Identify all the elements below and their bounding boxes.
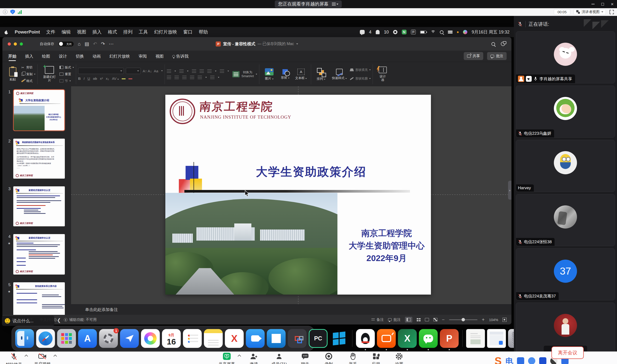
dock-utility-icon[interactable] xyxy=(120,329,139,348)
copy-button[interactable]: 复制 xyxy=(21,71,35,77)
font-size-select[interactable] xyxy=(126,68,141,74)
tab-animations[interactable]: 动画 xyxy=(92,52,101,61)
textbox-button[interactable]: A 文本框 xyxy=(293,69,309,80)
dock-appstore-icon[interactable]: A xyxy=(78,329,97,348)
paste-button[interactable]: 粘贴 xyxy=(5,67,21,81)
picture-button[interactable]: 图片 xyxy=(261,68,277,80)
dock-photos-icon[interactable] xyxy=(141,329,160,348)
zoom-out-button[interactable]: − xyxy=(442,317,445,323)
menu-arrange[interactable]: 排列 xyxy=(123,29,133,35)
shape-outline-button[interactable]: 形状轮廓 xyxy=(350,76,371,81)
participant-tile[interactable]: 37 电信224袁茂骞37 xyxy=(516,248,615,300)
dock-reminders-icon[interactable] xyxy=(183,329,202,348)
minimize-button[interactable] xyxy=(588,0,598,8)
control-center-icon[interactable] xyxy=(448,30,453,34)
superscript-button[interactable]: x² xyxy=(100,77,103,80)
text-direction-button[interactable] xyxy=(198,76,202,79)
close-button[interactable]: × xyxy=(607,0,617,8)
zoom-in-button[interactable]: + xyxy=(482,317,485,323)
new-slide-button[interactable]: 新建幻灯片 xyxy=(39,66,59,82)
spotlight-icon[interactable] xyxy=(440,30,443,34)
dock-finder-icon[interactable] xyxy=(15,329,34,348)
share-button[interactable]: 共享 xyxy=(464,52,483,60)
chat-placeholder[interactable]: 说点什么... xyxy=(13,318,34,324)
menu-edit[interactable]: 编辑 xyxy=(62,29,71,35)
tab-design[interactable]: 设计 xyxy=(59,52,67,61)
slide-2-thumbnail[interactable]: 高校家庭经济困难学生资助政策体系 教育公平是社会公平的重要基础，是国家基本教育政… xyxy=(13,138,65,179)
record-button[interactable]: 录制 xyxy=(317,353,340,364)
dock-launchpad-icon[interactable] xyxy=(57,329,76,348)
slide-5-thumbnail[interactable]: 资助政策体系主要内容 xyxy=(13,282,65,315)
dock-document-preview[interactable] xyxy=(466,329,485,348)
share-screen-button[interactable]: 共享屏幕 xyxy=(215,353,238,364)
participant-tile[interactable]: 电信224张恒38 xyxy=(516,194,615,246)
notes-toggle[interactable]: 备注 xyxy=(372,317,384,322)
reset-button[interactable]: 重置 xyxy=(59,71,74,77)
character-spacing-button[interactable]: AV xyxy=(112,77,119,80)
slide-title[interactable]: 大学生资助政策介绍 xyxy=(227,164,396,180)
thumbnail-item-3[interactable]: 3 家庭经济困难学生认定 xyxy=(2,186,71,227)
banner-menu-icon[interactable] xyxy=(332,4,338,5)
menubar-datetime[interactable]: 9月16日 周五 19:32 xyxy=(472,29,510,35)
thumbnail-item-4[interactable]: 4 ★ 家庭经济困难学生认定 xyxy=(2,234,71,275)
chat-button[interactable]: 聊天 xyxy=(294,353,317,364)
designer-button[interactable]: 设计器 xyxy=(375,66,391,82)
line-spacing-button[interactable] xyxy=(207,69,212,73)
font-color-button[interactable] xyxy=(129,78,132,79)
tab-transitions[interactable]: 切换 xyxy=(76,52,84,61)
slide-canvas[interactable]: 南京工程学院 NANJING INSTITUTE OF TECHNOLOGY 大… xyxy=(165,95,431,295)
save-icon[interactable]: ▤ xyxy=(85,41,89,46)
tab-home[interactable]: 开始 xyxy=(8,52,16,61)
mac-minimize-button[interactable] xyxy=(14,42,17,46)
tab-tell-me[interactable]: 告诉我 xyxy=(172,52,189,61)
dock-qq-icon[interactable] xyxy=(356,329,375,348)
strikethrough-button[interactable]: ab xyxy=(93,77,97,80)
menu-window[interactable]: 窗口 xyxy=(183,29,193,35)
participant-tile-screen-share[interactable]: 李肖越的屏幕共享 xyxy=(516,31,615,83)
chat-quick-bubble[interactable]: 说点什么... xyxy=(2,316,54,326)
increase-indent-button[interactable] xyxy=(200,69,204,73)
tab-view[interactable]: 视图 xyxy=(155,52,164,61)
autosave-toggle[interactable]: 关闭 xyxy=(58,41,74,47)
align-right-button[interactable] xyxy=(182,76,187,79)
slide-4-thumbnail[interactable]: 家庭经济困难学生认定 xyxy=(13,234,65,275)
mac-close-button[interactable] xyxy=(8,42,11,46)
layout-button[interactable]: 版式 xyxy=(59,65,74,70)
highlight-color-button[interactable] xyxy=(122,78,126,79)
thumbnail-item-1[interactable]: 1 南京工程学院 大学生资助政策介绍 南京工程学院 大学生资助管理中心 2022… xyxy=(2,89,71,131)
input-method-icon[interactable]: 拼 xyxy=(411,30,416,35)
camera-options-caret[interactable] xyxy=(53,355,57,358)
section-button[interactable]: 节 xyxy=(59,78,74,84)
wechat-status-icon[interactable] xyxy=(360,30,365,34)
redo-icon[interactable]: ↷ xyxy=(101,41,105,46)
slideshow-button[interactable] xyxy=(433,318,437,321)
font-name-select[interactable] xyxy=(78,68,124,74)
fit-slide-button[interactable] xyxy=(502,318,507,322)
siri-icon[interactable] xyxy=(463,30,467,34)
menu-format[interactable]: 格式 xyxy=(108,29,117,35)
normal-view-button[interactable] xyxy=(405,317,412,323)
zoom-slider-thumb[interactable] xyxy=(462,318,465,321)
settings-button[interactable]: 设置 xyxy=(387,353,411,364)
bold-button[interactable]: B xyxy=(78,77,81,80)
menu-help[interactable]: 帮助 xyxy=(199,29,208,35)
slide-3-thumbnail[interactable]: 家庭经济困难学生认定 xyxy=(13,186,65,227)
slide-sorter-view-button[interactable] xyxy=(417,318,421,321)
dock-meeting-app-icon[interactable] xyxy=(246,329,265,348)
more-commands-icon[interactable]: ⋯ xyxy=(109,41,114,46)
dock-pycharm-icon[interactable]: PC xyxy=(309,329,328,348)
menu-file[interactable]: 文件 xyxy=(46,29,55,35)
fullscreen-icon[interactable] xyxy=(609,10,614,14)
chevron-down-icon[interactable] xyxy=(296,43,298,45)
numbering-button[interactable] xyxy=(179,69,184,73)
view-mode-button[interactable]: 演讲者视图 xyxy=(574,9,606,15)
accessibility-status[interactable]: 辅助功能: 不可用 xyxy=(69,317,97,322)
comments-toggle[interactable]: 批注 xyxy=(388,317,400,322)
cut-button[interactable]: ✂剪切 xyxy=(21,65,35,70)
format-painter-button[interactable]: 格式 xyxy=(21,78,35,84)
participant-tile[interactable]: 电信223乌鑫妍 xyxy=(516,86,615,138)
school-name-calligraphy[interactable]: 南京工程学院 xyxy=(199,99,274,114)
bullets-button[interactable] xyxy=(167,69,171,73)
slide-1-thumbnail[interactable]: 南京工程学院 大学生资助政策介绍 南京工程学院 大学生资助管理中心 2022年9… xyxy=(13,89,65,131)
dock-settings-icon[interactable]: 1 xyxy=(99,329,118,348)
